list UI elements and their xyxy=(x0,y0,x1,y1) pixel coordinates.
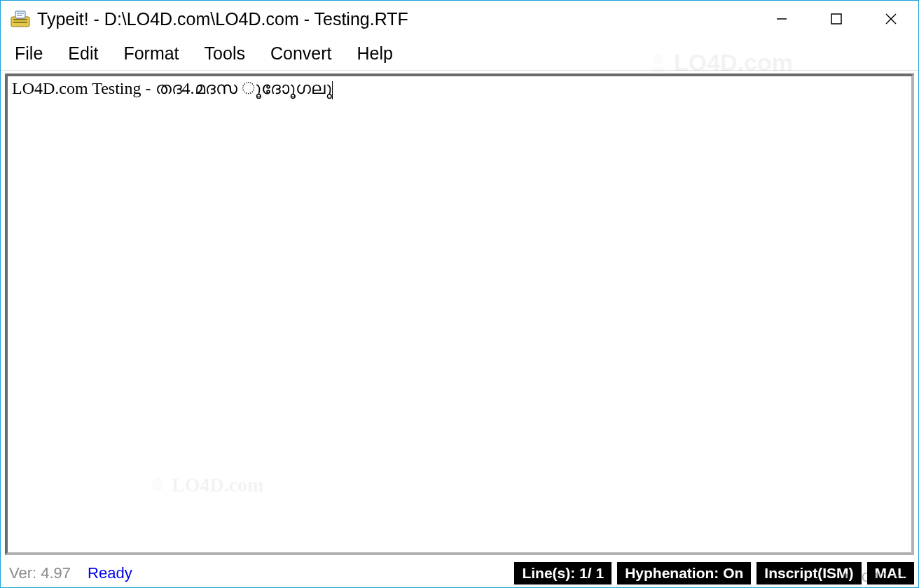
status-lines[interactable]: Line(s): 1/ 1 xyxy=(514,562,611,584)
status-ready: Ready xyxy=(88,564,132,582)
app-window: Typeit! - D:\LO4D.com\LO4D.com - Testing… xyxy=(0,0,919,588)
titlebar[interactable]: Typeit! - D:\LO4D.com\LO4D.com - Testing… xyxy=(1,1,918,37)
svg-rect-2 xyxy=(13,22,27,23)
minimize-button[interactable] xyxy=(754,1,809,37)
menu-help[interactable]: Help xyxy=(350,41,407,66)
maximize-button[interactable] xyxy=(809,1,864,37)
menu-edit[interactable]: Edit xyxy=(61,41,112,66)
status-hyphenation[interactable]: Hyphenation: On xyxy=(617,562,751,584)
app-icon xyxy=(9,8,32,30)
status-version: Ver: 4.97 xyxy=(9,564,71,582)
menu-tools[interactable]: Tools xyxy=(198,41,259,66)
svg-rect-3 xyxy=(15,11,25,18)
statusbar: Ver: 4.97 Ready Line(s): 1/ 1 Hyphenatio… xyxy=(1,559,918,587)
svg-rect-7 xyxy=(831,14,841,24)
menubar: File Edit Format Tools Convert Help xyxy=(1,37,918,71)
text-editor[interactable]: LO4D.com Testing - തദ4.മദസ ൂദോൂഗലു LO4D.… xyxy=(5,74,914,555)
window-title: Typeit! - D:\LO4D.com\LO4D.com - Testing… xyxy=(37,9,754,29)
menu-format[interactable]: Format xyxy=(116,41,193,66)
watermark-icon: LO4D.com xyxy=(148,474,263,496)
svg-rect-1 xyxy=(13,19,27,20)
editor-content: LO4D.com Testing - തദ4.മദസ ൂദോൂഗലു xyxy=(12,79,332,97)
status-language[interactable]: MAL xyxy=(867,562,915,584)
text-caret xyxy=(332,81,333,99)
editor-container: LO4D.com Testing - തദ4.മദസ ൂദോൂഗലു LO4D.… xyxy=(1,71,918,559)
window-controls xyxy=(754,1,918,37)
status-script[interactable]: Inscript(ISM) xyxy=(756,562,861,584)
menu-convert[interactable]: Convert xyxy=(263,41,346,66)
close-button[interactable] xyxy=(864,1,918,37)
menu-file[interactable]: File xyxy=(8,41,57,66)
